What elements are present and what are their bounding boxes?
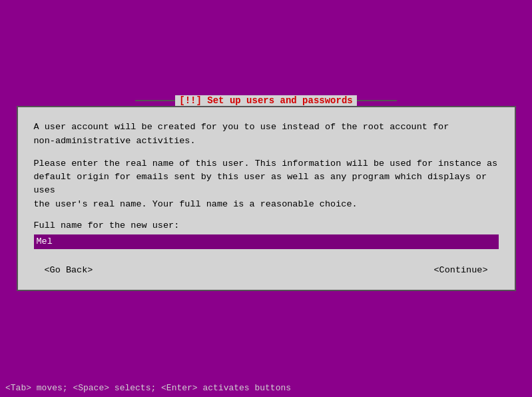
field-label: Full name for the new user: [34,220,499,230]
input-container [34,234,499,249]
intro-paragraph-2: Please enter the real name of this user.… [34,157,499,211]
dialog-title: [!!] Set up users and passwords [175,95,356,106]
continue-button[interactable]: <Continue> [423,262,498,278]
title-main: Set up users and passwords [202,95,353,106]
status-bar: <Tab> moves; <Space> selects; <Enter> ac… [0,378,532,397]
title-prefix: [!!] [179,95,202,106]
fullname-input[interactable] [34,234,499,249]
dialog-wrapper: [!!] Set up users and passwords A user a… [17,106,516,291]
status-text: <Tab> moves; <Space> selects; <Enter> ac… [5,383,291,393]
buttons-row: <Go Back> <Continue> [34,262,499,278]
title-line-right [357,100,397,101]
dialog-content: A user account will be created for you t… [18,107,515,290]
go-back-button[interactable]: <Go Back> [34,262,104,278]
dialog-frame: [!!] Set up users and passwords A user a… [17,106,516,291]
intro-paragraph-1: A user account will be created for you t… [34,121,499,148]
title-line-left [135,100,175,101]
